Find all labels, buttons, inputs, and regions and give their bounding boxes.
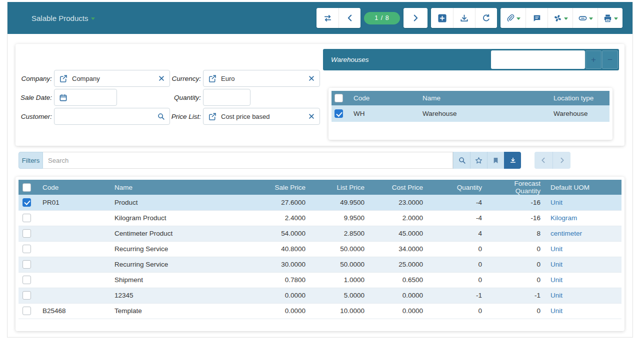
clear-icon[interactable] [308, 75, 315, 82]
cell-sale-price: 0.0000 [252, 288, 310, 303]
company-field[interactable]: Company [54, 70, 170, 87]
column-header[interactable]: Name [110, 180, 252, 195]
column-header[interactable]: Default UOM [546, 180, 622, 195]
row-checkbox[interactable] [334, 109, 343, 118]
clear-icon[interactable] [308, 113, 315, 120]
previous-record-button[interactable] [338, 8, 360, 28]
row-checkbox[interactable] [22, 198, 31, 207]
column-header[interactable]: Location type [550, 91, 610, 105]
column-header[interactable]: Code [350, 91, 420, 105]
clear-icon[interactable] [158, 75, 165, 82]
export-button[interactable] [504, 152, 521, 169]
row-checkbox[interactable] [22, 291, 31, 300]
select-all-checkbox[interactable] [334, 94, 343, 102]
attachment-button[interactable] [500, 8, 526, 28]
column-header[interactable]: List Price [310, 180, 370, 195]
column-header[interactable]: Sale Price [252, 180, 310, 195]
uom-link[interactable]: Unit [550, 245, 562, 253]
switch-view-button[interactable] [316, 8, 338, 28]
warehouses-remove-button[interactable]: − [602, 50, 618, 69]
bookmark-button[interactable] [487, 152, 504, 169]
search-icon [458, 156, 466, 164]
form-panel: Company: Company Currency: [16, 44, 624, 146]
currency-label: Currency: [171, 75, 202, 82]
table-row[interactable]: Kilogram Product 2.4000 9.9500 2.0000 -4… [18, 210, 622, 226]
action-fan-icon [553, 13, 562, 23]
star-icon [474, 156, 483, 165]
quantity-field[interactable] [203, 89, 250, 106]
cell-forecast-quantity: 0 [487, 257, 546, 272]
warehouses-add-button[interactable]: + [586, 50, 602, 69]
cell-forecast-quantity: -1 [487, 288, 546, 303]
cell-sale-price: 0.0000 [252, 303, 310, 319]
note-button[interactable] [526, 8, 548, 28]
form-fields: Company: Company Currency: [18, 69, 320, 126]
uom-link[interactable]: Unit [550, 261, 562, 268]
cell-quantity: -4 [428, 195, 487, 210]
cell-code: PR01 [38, 195, 110, 210]
search-button[interactable] [453, 152, 470, 169]
table-row[interactable]: PR01 Product 27.6000 49.9500 23.0000 -4 … [18, 195, 622, 210]
open-record-icon[interactable] [59, 74, 68, 83]
uom-link[interactable]: Unit [550, 292, 562, 299]
favorite-button[interactable] [470, 152, 487, 169]
relate-button[interactable] [572, 8, 598, 28]
table-row[interactable]: Centimeter Product 54.0000 2.8500 45.000… [18, 226, 622, 241]
row-checkbox[interactable] [22, 229, 31, 238]
search-icon[interactable] [157, 112, 165, 120]
row-checkbox[interactable] [22, 245, 31, 253]
table-row[interactable]: Shipment 0.7800 1.0000 0.6500 0 0 Unit [18, 272, 622, 288]
filters-button[interactable]: Filters [18, 152, 43, 169]
cell-list-price: 9.9500 [310, 210, 370, 226]
sale-date-input[interactable] [72, 89, 112, 105]
previous-page-button[interactable] [534, 152, 552, 169]
print-button[interactable] [598, 8, 622, 28]
column-header[interactable]: Quantity [428, 180, 487, 195]
open-record-icon[interactable] [208, 74, 216, 83]
row-checkbox[interactable] [22, 214, 31, 222]
cell-code [38, 241, 110, 257]
warehouses-filter-input[interactable] [491, 50, 585, 69]
action-button[interactable] [548, 8, 572, 28]
table-row[interactable]: B25468 Template 0.0000 10.0000 0.0000 0 … [18, 303, 622, 319]
column-header[interactable]: Code [38, 180, 110, 195]
open-record-icon[interactable] [208, 112, 216, 121]
uom-link[interactable]: Kilogram [550, 214, 577, 222]
view-title-menu[interactable]: Salable Products [32, 14, 95, 22]
cell-code: B25468 [38, 303, 110, 319]
uom-link[interactable]: Unit [550, 276, 562, 284]
cell-forecast-quantity: 0 [487, 241, 546, 257]
row-checkbox[interactable] [22, 260, 31, 269]
table-row[interactable]: 12345 0.0000 5.0000 0.0000 -1 -1 Unit [18, 288, 622, 303]
row-checkbox[interactable] [22, 307, 31, 315]
uom-link[interactable]: Unit [550, 307, 562, 315]
new-record-button[interactable] [431, 8, 453, 28]
page-title: Salable Products [32, 14, 88, 22]
column-header[interactable]: Forecast Quantity [487, 180, 546, 195]
next-page-button[interactable] [552, 152, 570, 169]
table-row[interactable]: Recurring Service 30.0000 50.0000 25.000… [18, 257, 622, 272]
cell-cost-price: 0.0000 [370, 303, 428, 319]
column-header[interactable]: Cost Price [370, 180, 428, 195]
save-button[interactable] [453, 8, 475, 28]
uom-link[interactable]: Unit [550, 199, 562, 206]
currency-field[interactable]: Euro [203, 70, 320, 87]
column-header[interactable]: Name [420, 91, 550, 105]
table-row[interactable]: Recurring Service 40.8000 50.0000 34.000… [18, 241, 622, 257]
customer-input[interactable] [59, 108, 152, 124]
select-all-checkbox[interactable] [22, 183, 31, 192]
cell-name: 12345 [110, 288, 252, 303]
refresh-button[interactable] [475, 8, 497, 28]
warehouse-row[interactable]: WH Warehouse Warehouse [332, 105, 610, 122]
cell-code [38, 257, 110, 272]
search-input[interactable] [43, 152, 453, 169]
next-record-button[interactable] [404, 8, 428, 28]
sale-date-field[interactable] [54, 89, 117, 106]
uom-link[interactable]: centimeter [550, 230, 582, 237]
app-window: Salable Products 1 / 8 [7, 2, 633, 338]
customer-field[interactable] [54, 108, 170, 125]
row-checkbox[interactable] [22, 276, 31, 284]
quantity-input[interactable] [208, 89, 246, 105]
price-list-field[interactable]: Cost price based [203, 108, 320, 125]
calendar-icon[interactable] [59, 93, 68, 102]
